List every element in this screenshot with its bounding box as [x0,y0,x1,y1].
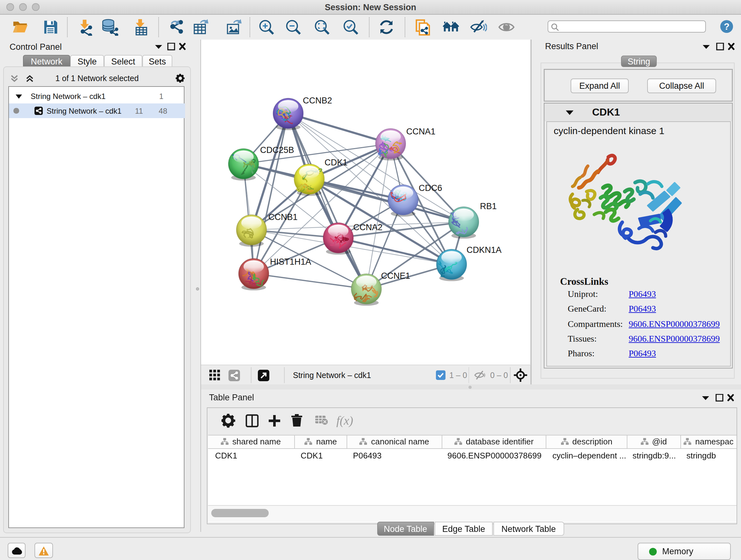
svg-text:CCNB1: CCNB1 [268,212,298,222]
svg-text:CDK1: CDK1 [325,158,347,167]
svg-text:CCNA2: CCNA2 [353,223,383,232]
svg-text:f(x): f(x) [336,414,353,428]
svg-text:RB1: RB1 [480,201,497,211]
svg-text:CDC6: CDC6 [419,183,442,193]
svg-text:HIST1H1A: HIST1H1A [270,257,311,266]
svg-text:CCNA1: CCNA1 [406,127,435,136]
svg-text:CCNB2: CCNB2 [303,96,332,105]
svg-text:CCNE1: CCNE1 [381,271,410,281]
svg-text:?: ? [724,21,730,31]
svg-text:CDC25B: CDC25B [260,145,294,155]
svg-text:CDKN1A: CDKN1A [467,245,502,255]
